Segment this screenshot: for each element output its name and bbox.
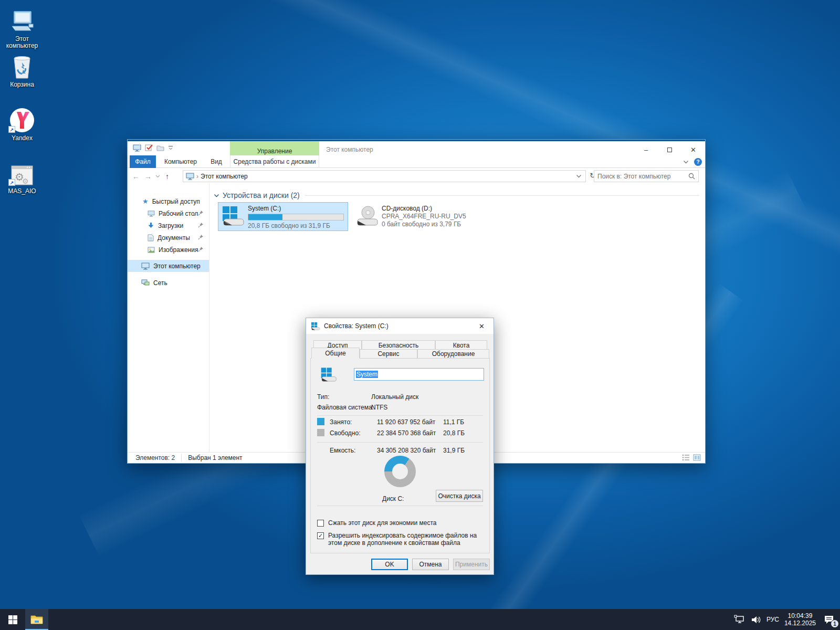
volume-name-input[interactable]: System <box>354 368 484 381</box>
address-dropdown-chevron-icon[interactable] <box>576 174 582 178</box>
desktop-icon-label: Yandex <box>0 135 44 142</box>
separator <box>317 506 483 506</box>
sidebar-item-network[interactable]: Сеть <box>128 277 209 289</box>
shortcut-arrow-icon: ↗ <box>8 179 15 186</box>
recent-locations-chevron-icon[interactable] <box>155 175 160 178</box>
desktop-icon-recycle-bin[interactable]: Корзина <box>0 54 44 88</box>
dialog-close-button[interactable]: ✕ <box>470 318 494 334</box>
disk-usage-donut-chart <box>384 456 416 487</box>
filesystem-value: NTFS <box>371 404 387 411</box>
network-icon <box>141 279 150 286</box>
free-size: 20,8 ГБ <box>443 429 465 437</box>
minimize-button[interactable]: – <box>634 143 658 157</box>
drive-icon <box>319 367 338 383</box>
explorer-titlebar: Управление Этот компьютер – ✕ <box>128 140 705 155</box>
recycle-bin-icon <box>0 54 44 79</box>
status-divider <box>181 454 182 461</box>
compress-checkbox[interactable] <box>317 520 324 527</box>
volume-tray-icon[interactable] <box>751 615 761 624</box>
drive-usage-fill <box>248 214 282 220</box>
cancel-button[interactable]: Отмена <box>412 559 449 570</box>
mas-aio-icon: ⚙⚙ ↗ <box>0 161 44 186</box>
search-box[interactable]: Поиск в: Этот компьютер <box>594 170 699 182</box>
desktop-icon-mas-aio[interactable]: ⚙⚙ ↗ MAS_AIO <box>0 161 44 195</box>
ok-button[interactable]: OK <box>371 559 408 570</box>
desktop-icon-this-pc[interactable]: Этот компьютер <box>0 8 44 49</box>
taskbar-clock[interactable]: 10:04:39 14.12.2025 <box>784 612 816 627</box>
used-size: 11,1 ГБ <box>443 418 464 426</box>
tab-disk-tools[interactable]: Средства работы с дисками <box>230 155 319 168</box>
pin-icon <box>198 246 204 252</box>
search-placeholder: Поиск в: Этот компьютер <box>597 173 670 180</box>
forward-icon[interactable]: → <box>144 172 152 181</box>
drive-free-text: 0 байт свободно из 3,79 ГБ <box>382 220 461 228</box>
start-button[interactable] <box>0 609 25 630</box>
taskbar: РУС 10:04:39 14.12.2025 1 <box>0 609 840 630</box>
notification-badge: 1 <box>831 620 839 628</box>
computer-icon[interactable] <box>133 144 141 152</box>
capacity-bytes: 34 305 208 320 байт <box>377 447 436 454</box>
sidebar-item-downloads[interactable]: Загрузки <box>128 219 209 232</box>
star-icon: ★ <box>142 197 149 205</box>
drive-tile-system-c[interactable]: System (C:) 20,8 ГБ свободно из 31,9 ГБ <box>218 203 348 230</box>
sidebar-item-label: Рабочий стол <box>159 210 198 217</box>
up-icon[interactable]: ↑ <box>165 172 169 181</box>
taskbar-file-explorer[interactable] <box>25 609 48 630</box>
collapse-ribbon-chevron-icon[interactable] <box>683 160 689 164</box>
network-tray-icon[interactable] <box>734 615 746 624</box>
ribbon-context-header[interactable]: Управление <box>230 141 319 157</box>
used-bytes: 11 920 637 952 байт <box>377 418 435 426</box>
sidebar-item-pictures[interactable]: Изображения <box>128 244 209 256</box>
sidebar-item-label: Этот компьютер <box>153 262 201 270</box>
tab-computer[interactable]: Компьютер <box>162 155 199 168</box>
sidebar-item-this-pc[interactable]: Этот компьютер <box>128 260 209 272</box>
hard-drive-icon <box>222 205 245 227</box>
free-bytes: 22 384 570 368 байт <box>377 429 436 437</box>
drive-usage-bar <box>248 214 344 220</box>
properties-qat-icon[interactable] <box>145 144 153 152</box>
index-checkbox-row[interactable]: ✓ Разрешить индексировать содержимое фай… <box>317 532 486 547</box>
drive-tile-cd[interactable]: CD-дисковод (D:) CPRA_X64FRE_RU-RU_DV5 0… <box>352 203 481 230</box>
compress-checkbox-row[interactable]: Сжать этот диск для экономии места <box>317 519 436 527</box>
sidebar-item-desktop[interactable]: Рабочий стол <box>128 207 209 219</box>
breadcrumb[interactable]: Этот компьютер <box>201 173 248 180</box>
disk-label: Диск C: <box>382 495 404 502</box>
close-button[interactable]: ✕ <box>681 143 705 157</box>
navigation-pane: ★ Быстрый доступ Рабочий стол Загрузки Д… <box>128 184 209 453</box>
tab-tools[interactable]: Сервис <box>360 349 417 359</box>
desktop-icon-yandex[interactable]: ↗ Yandex <box>0 108 44 142</box>
quick-access-toolbar <box>133 144 173 152</box>
tab-hardware[interactable]: Оборудование <box>417 349 489 359</box>
tab-general[interactable]: Общие <box>311 348 360 359</box>
sidebar-item-quick-access[interactable]: ★ Быстрый доступ <box>128 195 209 207</box>
sidebar-item-label: Сеть <box>153 279 167 287</box>
help-icon[interactable]: ? <box>694 158 702 166</box>
type-value: Локальный диск <box>371 393 418 401</box>
details-view-icon[interactable] <box>682 454 690 461</box>
action-center-button[interactable]: 1 <box>821 612 837 627</box>
address-bar[interactable]: › Этот компьютер <box>183 170 586 182</box>
used-color-swatch <box>317 418 324 425</box>
customize-qat-chevron-icon[interactable] <box>168 145 173 150</box>
thumbnails-view-icon[interactable] <box>693 454 701 461</box>
language-indicator[interactable]: РУС <box>766 616 779 623</box>
search-icon[interactable] <box>688 173 695 180</box>
file-explorer-icon <box>30 614 43 625</box>
index-checkbox[interactable]: ✓ <box>317 532 324 539</box>
group-header[interactable]: Устройства и диски (2) <box>214 191 699 200</box>
general-tab-page: System Тип: Локальный диск Файловая сист… <box>310 358 490 553</box>
disk-cleanup-button[interactable]: Очистка диска <box>436 490 483 502</box>
maximize-button[interactable] <box>658 143 681 157</box>
group-collapse-chevron-icon[interactable] <box>214 194 219 197</box>
tab-file[interactable]: Файл <box>130 155 156 168</box>
new-folder-qat-icon[interactable] <box>156 144 164 151</box>
sidebar-item-documents[interactable]: Документы <box>128 232 209 244</box>
separator <box>317 415 483 416</box>
free-color-swatch <box>317 429 324 436</box>
tab-view[interactable]: Вид <box>207 155 225 168</box>
drive-small-icon <box>311 322 320 331</box>
index-checkbox-label: Разрешить индексировать содержимое файло… <box>328 532 486 547</box>
group-header-label: Устройства и диски (2) <box>223 191 300 200</box>
back-icon[interactable]: ← <box>132 172 140 181</box>
apply-button: Применить <box>453 559 490 570</box>
